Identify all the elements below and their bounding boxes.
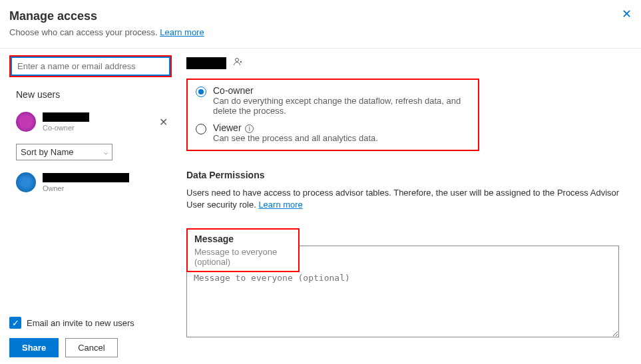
new-users-heading: New users xyxy=(16,89,172,100)
email-invite-checkbox-row[interactable]: ✓ Email an invite to new users xyxy=(9,317,134,329)
email-invite-label: Email an invite to new users xyxy=(27,318,134,328)
permissions-text: Users need to have access to process adv… xyxy=(186,188,619,210)
chevron-down-icon: ⌵ xyxy=(104,148,108,156)
share-button[interactable]: Share xyxy=(9,338,59,357)
learn-more-link[interactable]: Learn more xyxy=(160,27,204,37)
message-title: Message xyxy=(194,234,292,244)
user-role: Owner xyxy=(43,184,172,192)
search-input[interactable] xyxy=(11,57,170,75)
info-icon[interactable]: i xyxy=(245,124,254,133)
sort-label: Sort by Name xyxy=(21,147,73,157)
sort-dropdown[interactable]: Sort by Name ⌵ xyxy=(16,144,112,160)
permissions-learn-more-link[interactable]: Learn more xyxy=(258,200,302,210)
message-placeholder-preview: Message to everyone (optional) xyxy=(194,247,292,267)
radio-icon[interactable] xyxy=(196,124,206,134)
remove-user-icon[interactable]: ✕ xyxy=(155,116,172,128)
permissions-title: Data Permissions xyxy=(186,170,632,180)
close-icon[interactable]: ✕ xyxy=(622,7,632,21)
svg-point-0 xyxy=(236,59,239,62)
user-row[interactable]: Owner xyxy=(9,170,172,195)
role-description: Can see the process and all analytics da… xyxy=(213,133,378,143)
role-label: Viewer xyxy=(213,122,242,133)
avatar xyxy=(16,172,36,192)
radio-selected-icon[interactable] xyxy=(196,87,206,97)
page-subtitle: Choose who can access your process. xyxy=(9,27,158,37)
role-description: Can do everything except change the data… xyxy=(213,96,470,116)
avatar xyxy=(16,112,36,132)
user-role: Co-owner xyxy=(43,124,148,132)
people-icon xyxy=(233,57,244,69)
selected-user-redacted xyxy=(186,57,226,69)
role-label: Co-owner xyxy=(213,85,470,96)
page-title: Manage access xyxy=(9,9,632,23)
user-name-redacted xyxy=(43,173,129,182)
cancel-button[interactable]: Cancel xyxy=(65,338,117,357)
user-row[interactable]: Co-owner ✕ xyxy=(9,109,172,134)
checkbox-checked-icon[interactable]: ✓ xyxy=(9,317,21,329)
role-option-coowner[interactable]: Co-owner Can do everything except change… xyxy=(196,85,470,116)
user-name-redacted xyxy=(43,112,89,122)
role-option-viewer[interactable]: Viewer i Can see the process and all ana… xyxy=(196,122,470,143)
